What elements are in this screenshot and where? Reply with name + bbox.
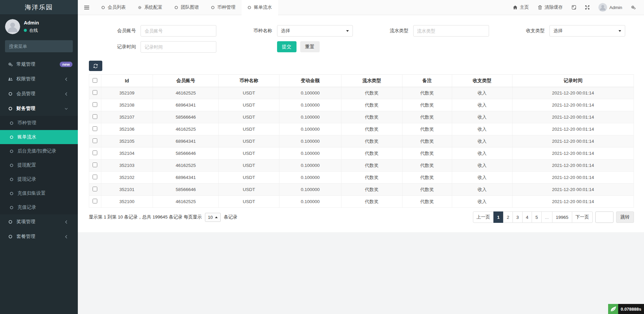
row-checkbox[interactable] <box>93 126 97 131</box>
tab-币种管理[interactable]: 币种管理 <box>205 0 241 15</box>
tab-账单流水[interactable]: 账单流水 <box>241 0 278 15</box>
sidebar-subitem[interactable]: 账单流水 <box>0 130 78 144</box>
menu-search-input[interactable] <box>5 40 72 52</box>
table-cell: 代数奖 <box>341 99 402 111</box>
table-cell: USDT <box>219 111 279 123</box>
tab-团队图谱[interactable]: 团队图谱 <box>168 0 205 15</box>
row-checkbox[interactable] <box>93 199 97 203</box>
table-cell: 58566646 <box>153 147 219 160</box>
search-icon[interactable] <box>72 40 73 52</box>
leaf-logo-icon <box>608 304 618 314</box>
sidebar-item-row[interactable]: 奖项管理 <box>0 214 78 229</box>
prev-page-button[interactable]: 上一页 <box>473 211 494 223</box>
sidebar-subitem[interactable]: 充值记录 <box>0 200 78 214</box>
reset-button[interactable]: 重置 <box>300 41 320 52</box>
users-icon <box>7 77 13 81</box>
table-row: 35210946162525USDT0.100000代数奖代数奖收入2021-1… <box>89 87 634 99</box>
sidebar-subitem-label: 充值归集设置 <box>17 190 46 196</box>
sidebar-subitem[interactable]: 提现配置 <box>0 158 78 172</box>
sidebar-toggle-icon[interactable] <box>78 0 95 15</box>
sidebar-subitem[interactable]: 充值归集设置 <box>0 186 78 200</box>
row-checkbox[interactable] <box>93 102 97 107</box>
copy-button[interactable] <box>567 0 581 15</box>
clear-cache-link[interactable]: 清除缓存 <box>533 0 567 15</box>
table-cell: 46162525 <box>153 123 219 135</box>
table-cell: 代数奖 <box>402 172 452 184</box>
table-cell: 2021-12-20 00:01:14 <box>512 160 634 172</box>
jump-button[interactable]: 跳转 <box>616 211 634 223</box>
row-checkbox[interactable] <box>93 114 97 119</box>
currency-select[interactable]: 选择 <box>277 25 353 37</box>
inout-type-select[interactable]: 选择 <box>549 25 625 37</box>
refresh-button[interactable] <box>89 61 102 71</box>
gear-icon <box>138 6 142 9</box>
home-link[interactable]: 主页 <box>508 0 533 15</box>
table-cell: 58566646 <box>153 184 219 196</box>
row-checkbox[interactable] <box>93 175 97 179</box>
tab-会员列表[interactable]: 会员列表 <box>95 0 132 15</box>
table-cell: 58566646 <box>153 111 219 123</box>
page-button-4[interactable]: 4 <box>522 211 532 223</box>
flow-type-label: 流水类型 <box>362 28 413 34</box>
home-icon <box>513 5 518 10</box>
row-checkbox[interactable] <box>93 150 97 155</box>
row-checkbox[interactable] <box>93 187 97 191</box>
row-checkbox[interactable] <box>93 90 97 95</box>
fullscreen-button[interactable] <box>581 0 594 15</box>
sidebar-item-label: 套餐管理 <box>16 234 63 240</box>
currency-name-label: 币种名称 <box>225 28 277 34</box>
circle-icon <box>8 149 14 153</box>
table-row: 35210458566646USDT0.100000代数奖代数奖收入2021-1… <box>89 147 634 160</box>
circle-icon <box>8 192 14 195</box>
table-cell: 代数奖 <box>341 111 402 123</box>
row-checkbox[interactable] <box>93 163 97 167</box>
refresh-icon <box>93 64 98 68</box>
table-cell: 代数奖 <box>402 87 452 99</box>
fullscreen-icon <box>585 5 590 10</box>
table-cell: 收入 <box>452 111 512 123</box>
sidebar-item-row[interactable]: 套餐管理 <box>0 229 78 244</box>
sidebar-subitem[interactable]: 后台充值/扣费记录 <box>0 144 78 158</box>
table-row: 35210646162525USDT0.100000代数奖代数奖收入2021-1… <box>89 123 634 135</box>
row-checkbox[interactable] <box>93 138 97 143</box>
table-cell: 352103 <box>101 160 153 172</box>
table-cell: 0.100000 <box>279 111 341 123</box>
tab-系统配置[interactable]: 系统配置 <box>132 0 168 15</box>
chevron-left-icon <box>63 220 69 224</box>
table-cell: USDT <box>219 123 279 135</box>
jump-page-input[interactable] <box>595 211 613 223</box>
next-page-button[interactable]: 下一页 <box>572 211 593 223</box>
page-button-19965[interactable]: 19965 <box>552 211 572 223</box>
sidebar-item-row[interactable]: 常规管理new <box>0 57 78 72</box>
sidebar-item-row[interactable]: 财务管理 <box>0 101 78 116</box>
sidebar-item-row[interactable]: 会员管理 <box>0 86 78 101</box>
user-menu[interactable]: Admin <box>594 0 627 15</box>
record-time-input[interactable] <box>141 41 216 53</box>
member-account-input[interactable] <box>141 25 216 37</box>
submit-button[interactable]: 提交 <box>277 41 297 52</box>
page-button-5[interactable]: 5 <box>532 211 542 223</box>
table-cell: USDT <box>219 184 279 196</box>
table-cell: 68964341 <box>153 99 219 111</box>
table-cell: 收入 <box>452 196 512 208</box>
page-button-1[interactable]: 1 <box>493 211 503 223</box>
chevron-left-icon <box>63 235 69 239</box>
column-header: 会员账号 <box>153 75 219 87</box>
sidebar-item-row[interactable]: 权限管理 <box>0 72 78 86</box>
circle-icon <box>8 178 14 181</box>
page-size-dropdown[interactable]: 10 <box>205 213 221 222</box>
settings-button[interactable] <box>627 0 640 15</box>
record-time-label: 记录时间 <box>89 44 141 50</box>
filter-flow-type: 流水类型 <box>362 25 498 37</box>
page-button-2[interactable]: 2 <box>503 211 513 223</box>
table-cell: 2021-12-20 00:01:14 <box>512 196 634 208</box>
table-cell: 代数奖 <box>402 196 452 208</box>
flow-type-input[interactable] <box>413 25 489 37</box>
table-cell: 0.100000 <box>279 135 341 147</box>
select-all-checkbox[interactable] <box>93 78 97 83</box>
circle-icon <box>248 6 251 9</box>
page-button-3[interactable]: 3 <box>513 211 523 223</box>
circle-icon <box>7 235 13 239</box>
sidebar-subitem[interactable]: 币种管理 <box>0 116 78 130</box>
sidebar-subitem[interactable]: 提现记录 <box>0 172 78 186</box>
